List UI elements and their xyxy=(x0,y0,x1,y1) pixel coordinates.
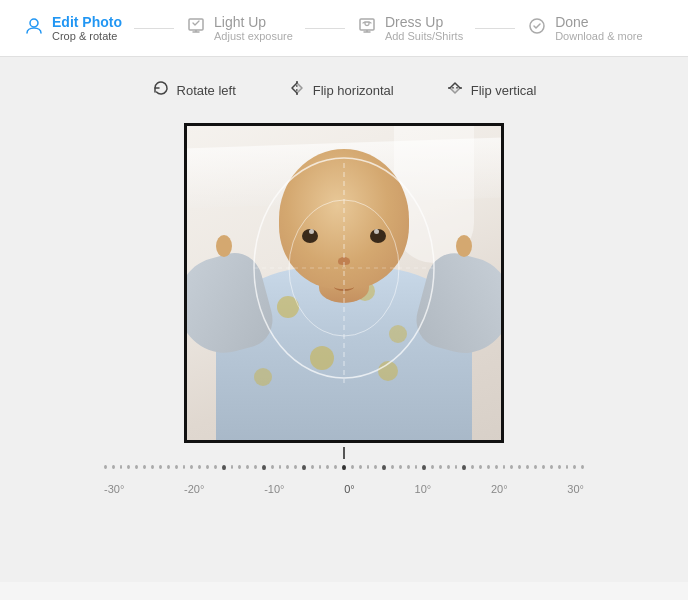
slider-label-minus20: -20° xyxy=(184,483,204,495)
dot xyxy=(510,465,513,469)
step-done[interactable]: Done Download & more xyxy=(527,14,642,42)
dot xyxy=(135,465,138,469)
dress-up-sub: Add Suits/Shirts xyxy=(385,30,463,42)
photo xyxy=(184,123,504,443)
main-area: Rotate left Flip horizontal Flip verti xyxy=(0,57,688,582)
dress-up-icon xyxy=(357,16,377,41)
dot xyxy=(167,465,170,469)
dot xyxy=(190,465,193,469)
dot xyxy=(183,465,186,469)
slider-label-10: 10° xyxy=(415,483,432,495)
step-light-up[interactable]: Light Up Adjust exposure xyxy=(186,14,293,42)
dot-active xyxy=(302,465,306,470)
dot xyxy=(407,465,410,469)
dot xyxy=(479,465,482,469)
dot xyxy=(495,465,498,469)
light-up-icon xyxy=(186,16,206,41)
dot xyxy=(415,465,418,469)
crop-area[interactable] xyxy=(184,123,504,443)
light-up-sub: Adjust exposure xyxy=(214,30,293,42)
slider-center-marker xyxy=(343,447,345,459)
dot xyxy=(254,465,257,469)
dot xyxy=(558,465,561,469)
edit-photo-sub: Crop & rotate xyxy=(52,30,122,42)
dot xyxy=(367,465,370,469)
dot xyxy=(127,465,130,469)
dot xyxy=(550,465,553,469)
step-dress-up[interactable]: Dress Up Add Suits/Shirts xyxy=(357,14,463,42)
dot xyxy=(503,465,506,469)
dress-up-title: Dress Up xyxy=(385,14,463,30)
dot xyxy=(439,465,442,469)
light-up-title: Light Up xyxy=(214,14,293,30)
dot xyxy=(214,465,217,469)
svg-point-0 xyxy=(30,19,38,27)
dot xyxy=(104,465,107,469)
edit-photo-title: Edit Photo xyxy=(52,14,122,30)
done-sub: Download & more xyxy=(555,30,642,42)
slider-dots xyxy=(104,465,584,470)
flip-vertical-label: Flip vertical xyxy=(471,83,537,98)
dot xyxy=(518,465,521,469)
dot xyxy=(206,465,209,469)
dot xyxy=(581,465,584,469)
dot xyxy=(326,465,329,469)
slider-label-0: 0° xyxy=(344,483,355,495)
dot xyxy=(471,465,474,469)
dot xyxy=(447,465,450,469)
slider-label-minus10: -10° xyxy=(264,483,284,495)
slider-label-minus30: -30° xyxy=(104,483,124,495)
dot xyxy=(143,465,146,469)
divider-2 xyxy=(305,28,345,29)
dot-active xyxy=(462,465,466,470)
dot xyxy=(246,465,249,469)
dot xyxy=(431,465,434,469)
dot xyxy=(231,465,234,469)
dot xyxy=(566,465,569,469)
dot xyxy=(311,465,314,469)
flip-horizontal-label: Flip horizontal xyxy=(313,83,394,98)
dot xyxy=(159,465,162,469)
step-header: Edit Photo Crop & rotate Light Up Adjust… xyxy=(0,0,688,57)
dot xyxy=(279,465,282,469)
slider-label-30: 30° xyxy=(567,483,584,495)
dot xyxy=(286,465,289,469)
dot xyxy=(238,465,241,469)
divider-1 xyxy=(134,28,174,29)
dot xyxy=(526,465,529,469)
dot xyxy=(374,465,377,469)
dot xyxy=(455,465,458,469)
rotate-left-label: Rotate left xyxy=(177,83,236,98)
dot xyxy=(487,465,490,469)
dot-active xyxy=(222,465,226,470)
done-icon xyxy=(527,16,547,41)
dot xyxy=(151,465,154,469)
dot-active xyxy=(262,465,266,470)
flip-horizontal-button[interactable]: Flip horizontal xyxy=(280,75,402,105)
dot-active xyxy=(422,465,426,470)
dot xyxy=(198,465,201,469)
svg-rect-2 xyxy=(360,19,374,30)
rotation-slider-area: -30° -20° -10° 0° 10° 20° 30° xyxy=(94,455,594,495)
edit-toolbar: Rotate left Flip horizontal Flip verti xyxy=(144,75,545,105)
dot xyxy=(351,465,354,469)
divider-3 xyxy=(475,28,515,29)
flip-horizontal-icon xyxy=(288,79,306,101)
dot xyxy=(359,465,362,469)
dot xyxy=(294,465,297,469)
dot xyxy=(112,465,115,469)
flip-vertical-icon xyxy=(446,79,464,101)
dot xyxy=(271,465,274,469)
dot xyxy=(399,465,402,469)
dot xyxy=(573,465,576,469)
dot xyxy=(534,465,537,469)
step-edit-photo[interactable]: Edit Photo Crop & rotate xyxy=(24,14,122,42)
dot-center xyxy=(342,465,346,470)
rotate-left-button[interactable]: Rotate left xyxy=(144,75,244,105)
edit-photo-icon xyxy=(24,16,44,41)
flip-vertical-button[interactable]: Flip vertical xyxy=(438,75,545,105)
slider-track[interactable] xyxy=(104,455,584,479)
rotate-left-icon xyxy=(152,79,170,101)
slider-label-20: 20° xyxy=(491,483,508,495)
slider-labels: -30° -20° -10° 0° 10° 20° 30° xyxy=(104,483,584,495)
